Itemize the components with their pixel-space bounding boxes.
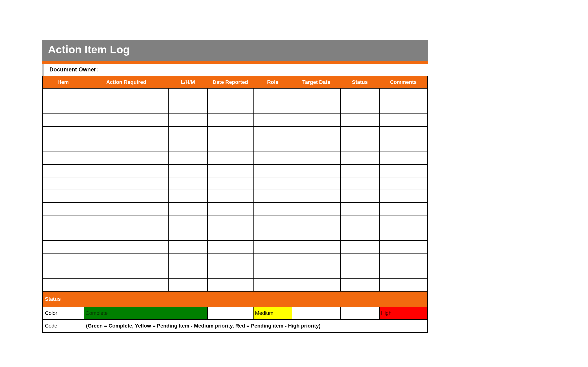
table-cell[interactable]	[169, 152, 208, 165]
table-cell[interactable]	[292, 165, 341, 177]
table-cell[interactable]	[84, 114, 169, 126]
table-cell[interactable]	[253, 279, 292, 291]
table-cell[interactable]	[84, 152, 169, 165]
table-cell[interactable]	[208, 253, 254, 266]
table-cell[interactable]	[43, 215, 84, 228]
table-cell[interactable]	[43, 190, 84, 202]
table-cell[interactable]	[292, 114, 341, 126]
table-cell[interactable]	[253, 126, 292, 139]
table-cell[interactable]	[379, 139, 428, 152]
table-cell[interactable]	[208, 139, 254, 152]
table-cell[interactable]	[84, 202, 169, 215]
table-cell[interactable]	[43, 152, 84, 165]
table-cell[interactable]	[43, 253, 84, 266]
table-cell[interactable]	[253, 253, 292, 266]
table-cell[interactable]	[43, 88, 84, 101]
table-cell[interactable]	[253, 165, 292, 177]
table-cell[interactable]	[84, 266, 169, 279]
table-cell[interactable]	[208, 165, 254, 177]
table-cell[interactable]	[84, 165, 169, 177]
table-cell[interactable]	[43, 114, 84, 126]
table-cell[interactable]	[253, 101, 292, 114]
table-cell[interactable]	[292, 126, 341, 139]
table-cell[interactable]	[341, 253, 379, 266]
table-cell[interactable]	[253, 215, 292, 228]
table-cell[interactable]	[169, 279, 208, 291]
table-cell[interactable]	[379, 152, 428, 165]
table-cell[interactable]	[43, 165, 84, 177]
table-cell[interactable]	[379, 126, 428, 139]
table-cell[interactable]	[341, 177, 379, 190]
table-cell[interactable]	[169, 241, 208, 253]
table-cell[interactable]	[208, 279, 254, 291]
table-cell[interactable]	[253, 266, 292, 279]
table-cell[interactable]	[208, 177, 254, 190]
table-cell[interactable]	[341, 139, 379, 152]
table-cell[interactable]	[292, 266, 341, 279]
table-cell[interactable]	[341, 114, 379, 126]
table-cell[interactable]	[84, 241, 169, 253]
table-cell[interactable]	[208, 215, 254, 228]
table-cell[interactable]	[253, 114, 292, 126]
table-cell[interactable]	[292, 88, 341, 101]
table-cell[interactable]	[292, 215, 341, 228]
table-cell[interactable]	[84, 126, 169, 139]
table-cell[interactable]	[169, 114, 208, 126]
table-cell[interactable]	[169, 139, 208, 152]
table-cell[interactable]	[341, 228, 379, 241]
table-cell[interactable]	[379, 241, 428, 253]
table-cell[interactable]	[253, 202, 292, 215]
table-cell[interactable]	[341, 165, 379, 177]
table-cell[interactable]	[43, 177, 84, 190]
table-cell[interactable]	[84, 101, 169, 114]
table-cell[interactable]	[379, 279, 428, 291]
table-cell[interactable]	[341, 126, 379, 139]
table-cell[interactable]	[292, 152, 341, 165]
table-cell[interactable]	[253, 177, 292, 190]
table-cell[interactable]	[253, 228, 292, 241]
table-cell[interactable]	[341, 215, 379, 228]
table-cell[interactable]	[379, 114, 428, 126]
table-cell[interactable]	[208, 202, 254, 215]
table-cell[interactable]	[341, 266, 379, 279]
table-cell[interactable]	[84, 177, 169, 190]
table-cell[interactable]	[84, 228, 169, 241]
table-cell[interactable]	[379, 101, 428, 114]
table-cell[interactable]	[379, 177, 428, 190]
table-cell[interactable]	[84, 253, 169, 266]
table-cell[interactable]	[208, 88, 254, 101]
table-cell[interactable]	[169, 253, 208, 266]
table-cell[interactable]	[253, 88, 292, 101]
table-cell[interactable]	[169, 126, 208, 139]
table-cell[interactable]	[292, 190, 341, 202]
table-cell[interactable]	[341, 202, 379, 215]
table-cell[interactable]	[208, 266, 254, 279]
table-cell[interactable]	[208, 126, 254, 139]
table-cell[interactable]	[292, 101, 341, 114]
table-cell[interactable]	[43, 101, 84, 114]
table-cell[interactable]	[84, 215, 169, 228]
table-cell[interactable]	[43, 241, 84, 253]
table-cell[interactable]	[169, 215, 208, 228]
table-cell[interactable]	[208, 114, 254, 126]
table-cell[interactable]	[292, 202, 341, 215]
table-cell[interactable]	[169, 101, 208, 114]
table-cell[interactable]	[208, 101, 254, 114]
table-cell[interactable]	[341, 279, 379, 291]
table-cell[interactable]	[43, 266, 84, 279]
table-cell[interactable]	[292, 228, 341, 241]
table-cell[interactable]	[253, 152, 292, 165]
table-cell[interactable]	[253, 190, 292, 202]
table-cell[interactable]	[208, 228, 254, 241]
table-cell[interactable]	[43, 139, 84, 152]
table-cell[interactable]	[292, 139, 341, 152]
table-cell[interactable]	[253, 241, 292, 253]
table-cell[interactable]	[169, 266, 208, 279]
table-cell[interactable]	[169, 88, 208, 101]
table-cell[interactable]	[43, 126, 84, 139]
table-cell[interactable]	[341, 152, 379, 165]
table-cell[interactable]	[379, 190, 428, 202]
table-cell[interactable]	[208, 190, 254, 202]
table-cell[interactable]	[379, 165, 428, 177]
table-cell[interactable]	[169, 228, 208, 241]
